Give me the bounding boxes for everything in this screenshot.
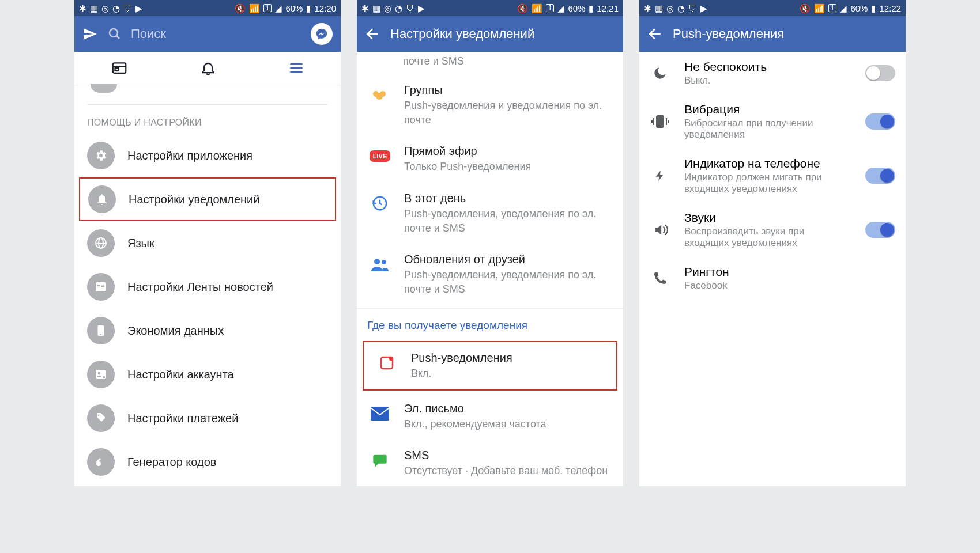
status-icon: ⛉ — [688, 4, 697, 13]
row-title: Звуки — [684, 211, 851, 225]
status-bar: ✱ ▦ ◎ ◔ ⛉ ▶ 🔇 📶 1 ◢ 60% ▮ 12:22 — [639, 0, 906, 16]
battery-text: 60% — [285, 4, 303, 13]
row-title: Группы — [404, 82, 612, 97]
bolt-icon — [650, 168, 670, 183]
sim-indicator: 1 — [546, 4, 555, 12]
menu-label: Генератор кодов — [127, 456, 216, 469]
search-input[interactable] — [131, 26, 300, 41]
status-icon: ✱ — [79, 4, 86, 13]
row-sms[interactable]: SMS Отсутствует · Добавьте ваш моб. теле… — [357, 440, 623, 486]
screen-3-push-settings: ✱ ▦ ◎ ◔ ⛉ ▶ 🔇 📶 1 ◢ 60% ▮ 12:22 Push-уве… — [639, 0, 906, 486]
row-subtitle: Вкл., рекомендуемая частота — [404, 417, 612, 431]
menu-label: Экономия данных — [127, 324, 224, 338]
status-icon: ▶ — [418, 4, 425, 13]
back-button[interactable] — [647, 26, 662, 41]
push-icon — [374, 350, 399, 376]
gear-icon — [87, 142, 115, 169]
battery-icon: ▮ — [871, 4, 876, 13]
menu-label: Язык — [127, 237, 154, 250]
row-title: Эл. письмо — [404, 401, 612, 416]
row-title: Индикатор на телефоне — [684, 157, 851, 171]
toggle-dnd[interactable] — [865, 65, 895, 81]
menu-payment-settings[interactable]: Настройки платежей — [74, 396, 341, 440]
scrolled-row-tail: почте и SMS — [357, 52, 623, 74]
row-title: Рингтон — [684, 265, 895, 279]
menu-code-generator[interactable]: Генератор кодов — [74, 440, 341, 484]
send-icon[interactable] — [82, 26, 97, 41]
toggle-vibration[interactable] — [865, 113, 895, 130]
row-groups[interactable]: Группы Push-уведомления и уведомления по… — [357, 74, 623, 135]
section-header: ПОМОЩЬ И НАСТРОЙКИ — [74, 105, 341, 134]
menu-feed-settings[interactable]: Настройки Ленты новостей — [74, 265, 341, 309]
menu-account-settings[interactable]: Настройки аккаунта — [74, 353, 341, 396]
row-subtitle: Push-уведомления и уведомления по эл. по… — [404, 99, 612, 127]
row-title: Прямой эфир — [404, 143, 612, 158]
tab-notifications[interactable] — [200, 60, 216, 76]
tab-feed[interactable] — [111, 59, 128, 77]
search-icon[interactable] — [108, 27, 122, 41]
tab-bar — [74, 52, 341, 84]
status-icon: ▦ — [90, 4, 98, 13]
row-live[interactable]: LIVE Прямой эфир Только Push-уведомления — [357, 135, 623, 182]
row-subtitle: Facebook — [684, 280, 895, 291]
battery-text: 60% — [850, 4, 868, 13]
menu-app-settings[interactable]: Настройки приложения — [74, 134, 341, 177]
moon-icon — [650, 66, 670, 81]
battery-text: 60% — [568, 4, 585, 13]
menu-label: Настройки платежей — [127, 412, 238, 425]
row-subtitle: Вкл. — [411, 366, 605, 381]
svg-rect-11 — [96, 282, 106, 291]
row-title: Вибрация — [684, 103, 851, 116]
toggle-sounds[interactable] — [865, 222, 895, 238]
row-do-not-disturb[interactable]: Не беспокоить Выкл. — [639, 52, 906, 94]
sim-indicator: 1 — [828, 4, 837, 12]
messenger-button[interactable] — [311, 23, 333, 45]
tab-menu[interactable] — [288, 60, 304, 76]
row-friend-updates[interactable]: Обновления от друзей Push-уведомления, у… — [357, 244, 623, 305]
row-title: Обновления от друзей — [404, 252, 612, 267]
status-icon: ◔ — [677, 4, 685, 13]
row-title: В этот день — [404, 191, 612, 206]
row-email[interactable]: Эл. письмо Вкл., рекомендуемая частота — [357, 393, 623, 440]
menu-language[interactable]: Язык — [74, 221, 341, 265]
row-vibration[interactable]: Вибрация Вибросигнал при получении уведо… — [639, 94, 906, 149]
account-icon — [87, 361, 115, 388]
clock: 12:20 — [314, 4, 336, 13]
app-bar: Настройки уведомлений — [357, 16, 623, 52]
svg-point-20 — [98, 415, 100, 416]
row-on-this-day[interactable]: В этот день Push-уведомления, уведомлени… — [357, 183, 623, 244]
menu-label: Настройки Ленты новостей — [127, 281, 273, 294]
row-push-notifications[interactable]: Push-уведомления Вкл. — [363, 341, 617, 390]
screen-2-notification-settings: ✱ ▦ ◎ ◔ ⛉ ▶ 🔇 📶 1 ◢ 60% ▮ 12:21 Настройк… — [357, 0, 623, 486]
signal-icon: ◢ — [557, 4, 564, 13]
sim-indicator: 1 — [263, 4, 272, 12]
menu-notification-settings[interactable]: Настройки уведомлений — [79, 177, 336, 221]
toggle-led[interactable] — [865, 168, 895, 184]
status-icon: ✱ — [644, 4, 651, 13]
phone-handset-icon — [650, 271, 670, 286]
key-icon — [87, 448, 115, 476]
back-button[interactable] — [365, 26, 380, 41]
avatar-partial — [91, 84, 117, 93]
mute-icon: 🔇 — [235, 4, 246, 13]
status-icon: ⛉ — [406, 4, 414, 13]
row-led-indicator[interactable]: Индикатор на телефоне Индикатор должен м… — [639, 149, 906, 203]
svg-rect-12 — [97, 285, 100, 286]
svg-rect-31 — [371, 407, 389, 421]
svg-rect-13 — [101, 285, 104, 286]
battery-icon: ▮ — [306, 4, 311, 13]
svg-line-1 — [116, 36, 119, 39]
sms-icon — [367, 448, 393, 473]
svg-point-27 — [374, 259, 380, 264]
menu-label: Настройки уведомлений — [129, 193, 259, 206]
row-ringtone[interactable]: Рингтон Facebook — [639, 257, 906, 300]
row-subtitle: Вибросигнал при получении уведомления — [684, 118, 851, 141]
menu-data-saver[interactable]: Экономия данных — [74, 309, 341, 353]
row-sounds[interactable]: Звуки Воспроизводить звуки при входящих … — [639, 203, 906, 257]
page-title: Push-уведомления — [673, 26, 784, 41]
mute-icon: 🔇 — [517, 4, 528, 13]
page-title: Настройки уведомлений — [390, 26, 534, 41]
svg-point-28 — [382, 260, 386, 264]
wifi-icon: 📶 — [249, 4, 260, 13]
bell-icon — [88, 185, 116, 213]
